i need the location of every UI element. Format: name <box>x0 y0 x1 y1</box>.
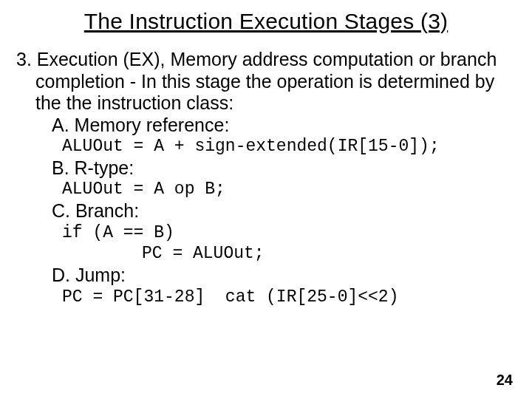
item-c-code-line1: if (A == B) <box>62 223 174 242</box>
intro-paragraph: 3. Execution (EX), Memory address comput… <box>16 49 516 115</box>
item-a-label: A. Memory reference: <box>16 115 516 137</box>
slide-title: The Instruction Execution Stages (3) <box>0 9 532 34</box>
item-c-code-line2: PC = ALUOut; <box>62 243 516 265</box>
item-b-code: ALUOut = A op B; <box>16 179 516 200</box>
slide-body: 3. Execution (EX), Memory address comput… <box>16 49 516 307</box>
slide: The Instruction Execution Stages (3) 3. … <box>0 0 532 399</box>
item-c-label: C. Branch: <box>16 200 516 222</box>
item-c-code: if (A == B) PC = ALUOut; <box>16 222 516 265</box>
item-b-label: B. R-type: <box>16 157 516 180</box>
item-d-label: D. Jump: <box>16 265 516 287</box>
item-a-code: ALUOut = A + sign-extended(IR[15-0]); <box>16 136 516 157</box>
page-number: 24 <box>497 372 513 389</box>
item-d-code: PC = PC[31-28] cat (IR[25-0]<<2) <box>16 287 516 308</box>
